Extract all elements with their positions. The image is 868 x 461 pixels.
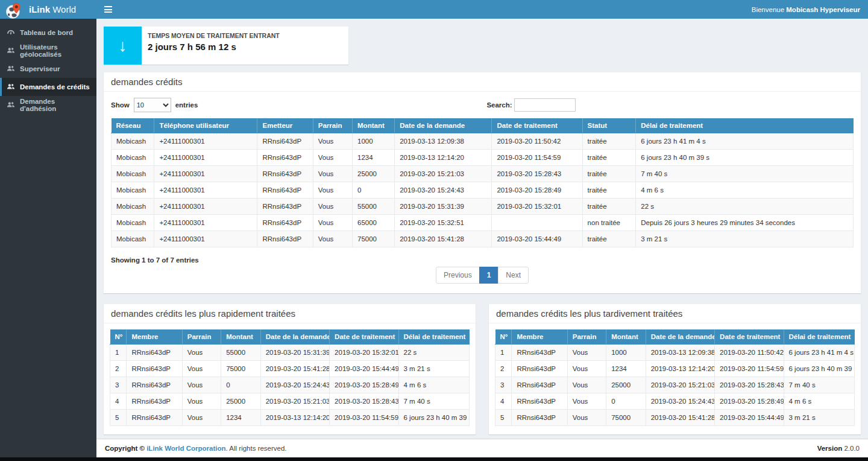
table-cell: 2019-03-20 15:32:01 [330,345,398,361]
sidebar-item-utilisateurs-geolocalises[interactable]: Utilisateurs géolocalisés [0,42,96,60]
version-number: 2.0.0 [844,445,860,452]
column-header[interactable]: Membre [512,329,567,345]
table-cell: Vous [182,410,221,426]
company-link[interactable]: iLink World Corporation [146,445,225,452]
sidebar: iLink World Tableau de bord Utilisateurs… [0,0,96,457]
brand-logo[interactable]: iLink World [0,0,96,19]
welcome-prefix: Bienvenue [752,6,787,13]
table-cell [492,215,582,231]
column-header[interactable]: Délai de traitement [784,329,854,345]
sidebar-item-demandes-de-credits[interactable]: Demandes de crédits [0,78,96,96]
sidebar-item-superviseur[interactable]: Superviseur [0,60,96,78]
table-cell: 1234 [221,410,261,426]
pagination-next-button[interactable]: Next [498,267,529,284]
sidebar-item-tableau-de-bord[interactable]: Tableau de bord [0,24,96,42]
column-header[interactable]: N° [110,329,127,345]
table-cell: RRnsi643dP [127,377,182,393]
column-header[interactable]: Téléphone utilisateur [154,118,257,133]
users-icon [7,65,15,73]
table-cell: Mobicash [112,150,154,166]
column-header[interactable]: Date de la demande [395,118,492,133]
table-cell: RRnsi643dP [512,410,567,426]
table-row: Mobicash+24111000301RRnsi643dPVous550002… [112,199,854,215]
table-cell: +24111000301 [154,150,257,166]
table-cell: Vous [182,361,221,377]
table-cell: traitée [582,182,636,199]
column-header[interactable]: Montant [606,329,646,345]
table-cell: 2019-03-20 11:50:42 [715,345,784,361]
column-header[interactable]: Montant [221,329,261,345]
table-cell: RRnsi643dP [257,215,313,231]
table-cell: RRnsi643dP [257,150,313,166]
table-header-row: RéseauTéléphone utilisateurEmetteurParra… [112,118,854,133]
table-cell: 3 m 21 s [636,231,854,247]
column-header[interactable]: Réseau [112,118,154,133]
column-header[interactable]: Date de la demande [260,329,329,345]
arrow-down-icon: ↓ [104,27,142,65]
table-cell: 2019-03-20 15:28:49 [330,377,398,393]
table-cell: 6 jours 23 h 40 m 39 s [636,150,854,166]
table-cell: 6 jours 23 h 40 m 39 s [398,410,469,426]
slowest-panel-body: N°MembreParrainMontantDate de la demande… [489,323,861,434]
column-header[interactable]: Montant [353,118,395,133]
widget-body: TEMPS MOYEN DE TRAITEMENT ENTRANT 2 jour… [142,27,286,65]
bottom-edge-strip [0,457,868,461]
table-cell: 6 jours 23 h 41 m 4 s [636,133,854,150]
pagination-previous-button[interactable]: Previous [436,267,480,284]
column-header[interactable]: Parrain [313,118,352,133]
sidebar-item-label: Tableau de bord [20,29,73,36]
table-row: 2RRnsi643dPVous750002019-03-20 15:41:282… [110,361,470,377]
table-cell: 0 [221,377,261,393]
table-cell: 2019-03-20 15:44:49 [492,231,582,247]
table-cell: traitée [582,166,636,182]
brand-name: iLink World [29,4,76,14]
table-cell: 2019-03-20 15:44:49 [715,410,784,426]
credits-panel-body: Show 10 entries Search: RéseauTéléphone … [104,92,861,293]
table-cell: Vous [313,215,352,231]
column-header[interactable]: Délai de traitement [398,329,469,345]
sidebar-item-label: Demandes d'adhésion [20,98,92,112]
table-row: Mobicash+24111000301RRnsi643dPVous02019-… [112,182,854,199]
table-cell: traitée [582,199,636,215]
page-size-select[interactable]: 10 [134,98,171,112]
table-cell: Vous [182,393,221,410]
table-cell: traitée [582,231,636,247]
table-cell: 2019-03-13 12:14:20 [260,410,329,426]
table-row: 1RRnsi643dPVous10002019-03-13 12:09:3820… [495,345,855,361]
pagination-page-1-button[interactable]: 1 [479,267,499,284]
table-cell: 2019-03-20 11:54:59 [330,410,398,426]
table-cell: Vous [313,166,352,182]
column-header[interactable]: Date de traitement [492,118,582,133]
table-row: 4RRnsi643dPVous02019-03-20 15:24:432019-… [495,393,855,410]
column-header[interactable]: Date de traitement [715,329,784,345]
column-header[interactable]: Date de la demande [646,329,714,345]
table-cell: 1000 [606,345,646,361]
table-cell: +24111000301 [154,215,257,231]
column-header[interactable]: Statut [582,118,636,133]
column-header[interactable]: Parrain [567,329,606,345]
table-cell: +24111000301 [154,133,257,150]
table-cell: Vous [313,231,352,247]
search-input[interactable] [514,98,576,112]
datatable-controls: Show 10 entries Search: [111,98,854,115]
column-header[interactable]: Emetteur [257,118,313,133]
users-icon [7,46,15,55]
sidebar-item-demandes-d-adhesion[interactable]: Demandes d'adhésion [0,96,96,114]
column-header[interactable]: N° [495,329,512,345]
table-row: Mobicash+24111000301RRnsi643dPVous250002… [112,166,854,182]
column-header[interactable]: Date de traitement [330,329,398,345]
sidebar-toggle-hamburger-icon[interactable] [104,6,112,13]
fastest-credits-panel: demandes crédits les plus rapidement tra… [104,304,476,434]
table-cell: RRnsi643dP [257,182,313,199]
table-cell: Vous [567,410,606,426]
sidebar-item-label: Superviseur [20,65,60,72]
column-header[interactable]: Délai de traitement [636,118,854,133]
entries-label: entries [175,101,198,109]
table-cell: RRnsi643dP [257,231,313,247]
table-row: Mobicash+24111000301RRnsi643dPVous123420… [112,150,854,166]
page-length-control: Show 10 entries [111,98,854,112]
column-header[interactable]: Membre [127,329,182,345]
table-header-row: N°MembreParrainMontantDate de la demande… [110,329,470,345]
table-cell: Depuis 26 jours 3 heures 29 minutes 34 s… [636,215,854,231]
column-header[interactable]: Parrain [182,329,221,345]
